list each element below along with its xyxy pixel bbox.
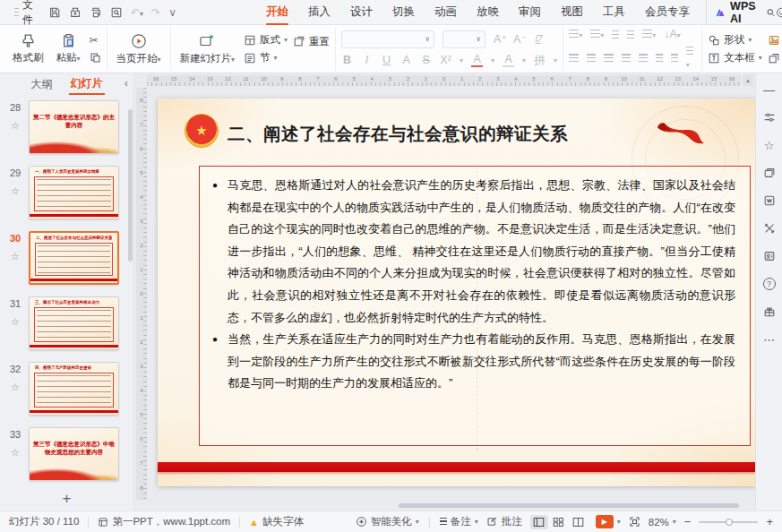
slide-thumbnail[interactable]: 四、阐明了无产阶级的历史使命 (29, 362, 119, 416)
font-size-select[interactable]: ∨ (443, 30, 486, 48)
ribbon-tab-工具[interactable]: 工具 (594, 2, 634, 22)
align-center-icon[interactable] (587, 54, 596, 62)
appearance-icon[interactable] (776, 5, 782, 20)
increase-font-icon[interactable]: A⁺ (494, 32, 505, 46)
line-spacing-icon[interactable]: ↓A▾ (664, 28, 681, 40)
superscript-caret[interactable]: ▾ (460, 56, 463, 64)
favorite-star-icon[interactable]: ☆ (11, 120, 20, 132)
tab-slides[interactable]: 幻灯片 (69, 74, 105, 95)
scroll-up-button[interactable]: ▴ (743, 75, 753, 86)
cut-icon[interactable]: ✂ (90, 34, 101, 47)
highlight-button[interactable]: A (503, 53, 514, 67)
decrease-font-icon[interactable]: A⁻ (513, 32, 525, 46)
slide-title[interactable]: 二、阐述了社会存在与社会意识的辩证关系 (228, 122, 568, 146)
reset-button[interactable]: 重置 (293, 35, 330, 48)
collapse-panel-icon[interactable]: ‹ (125, 76, 128, 90)
layout-caret[interactable]: ▾ (284, 36, 288, 44)
help-icon[interactable]: ? (762, 277, 777, 291)
char-spacing-button[interactable]: A (400, 54, 412, 66)
ribbon-tab-审阅[interactable]: 审阅 (510, 2, 550, 22)
resource-library-icon[interactable] (762, 249, 777, 263)
current-slide[interactable]: ★ 二、阐述了社会存在与社会意识的辩证关系 马克思、恩格斯通过对人的社会意识产生… (158, 99, 755, 486)
shapes-button[interactable]: 形状▾ (708, 33, 762, 47)
gift-icon[interactable] (762, 305, 777, 319)
horizontal-scrollbar[interactable] (399, 503, 739, 508)
editing-canvas[interactable]: 1615141312111098765432101234567891011121… (134, 73, 755, 511)
beautify-caret[interactable]: ▾ (416, 518, 419, 526)
shapes-caret[interactable]: ▾ (748, 36, 752, 44)
add-slide-button[interactable]: + (0, 487, 133, 511)
text-direction-icon[interactable]: ▾ (642, 28, 656, 40)
favorite-star-icon[interactable]: ☆ (11, 316, 20, 328)
favorite-star-icon[interactable]: ☆ (11, 185, 20, 197)
font-name-select[interactable]: ∨ (341, 30, 434, 48)
clear-format-icon[interactable] (533, 33, 545, 45)
section-button[interactable]: 节▾ (244, 51, 288, 64)
paste-button[interactable]: 粘贴▾ (53, 31, 84, 66)
zoom-out-button[interactable]: − (684, 515, 692, 528)
properties-icon[interactable] (762, 110, 777, 124)
ribbon-tab-设计[interactable]: 设计 (341, 2, 382, 22)
slide-sorter-view-button[interactable] (550, 515, 568, 529)
section-caret[interactable]: ▾ (274, 54, 278, 62)
notes-button[interactable]: 备注▾ (440, 515, 478, 528)
font-color-button[interactable]: A (471, 53, 483, 67)
zoom-slider[interactable] (699, 521, 758, 523)
slideshow-caret[interactable]: ▾ (617, 518, 621, 526)
strikethrough-button[interactable]: S (420, 54, 432, 66)
numbered-list-icon[interactable]: ▾ (590, 28, 604, 40)
align-right-icon[interactable] (604, 54, 613, 62)
paste-caret[interactable]: ▾ (77, 55, 81, 63)
favorite-star-icon[interactable]: ☆ (11, 447, 20, 459)
comments-button[interactable]: 批注 (486, 515, 522, 528)
print-icon[interactable] (90, 6, 102, 19)
slide-content-textbox[interactable]: 马克思、恩格斯通过对人的社会意识产生的历史考察后指出，思想、宗教、法律、国家以及… (199, 166, 751, 446)
slide-thumbnail-item[interactable]: 32 ☆ 四、阐明了无产阶级的历史使命 (5, 362, 133, 416)
export-icon[interactable] (69, 6, 82, 19)
template-credit[interactable]: 第一PPT，www.1ppt.com (98, 515, 230, 528)
slide-thumbnail[interactable]: 二、阐述了社会存在与社会意识的辩证关系 (29, 231, 119, 285)
copy-icon[interactable] (90, 52, 101, 64)
increase-indent-icon[interactable] (627, 30, 634, 39)
highlight-caret[interactable]: ▾ (522, 56, 526, 64)
slide-thumbnail[interactable]: 第三节《德意志意识形态》中唯物史观思想的主要内容 (29, 427, 119, 481)
slide-thumbnail[interactable]: 第二节《德意志意识形态》的主要内容 (29, 100, 119, 154)
align-left-icon[interactable] (569, 54, 578, 62)
font-color-caret[interactable]: ▾ (491, 56, 494, 64)
customize-qat-chevron[interactable]: ∨ (168, 6, 176, 19)
ribbon-tab-会员专享[interactable]: 会员专享 (636, 2, 699, 22)
phonetic-guide-button[interactable]: 拼 (534, 53, 546, 68)
print-preview-icon[interactable] (110, 6, 123, 19)
slideshow-play-button[interactable]: ▶ (596, 515, 614, 528)
para-spacing-icon[interactable] (671, 54, 678, 62)
reading-view-button[interactable] (570, 515, 588, 529)
wps-ai-group[interactable]: WPS AI (706, 0, 776, 25)
justify-icon[interactable] (622, 54, 631, 62)
superscript-button[interactable]: X² (440, 54, 451, 66)
missing-fonts-warning[interactable]: ▲ 缺失字体 (249, 515, 304, 528)
format-painter-button[interactable]: 格式刷 (9, 31, 47, 66)
arrange-button[interactable]: 排列▾ (768, 51, 782, 64)
file-menu-button[interactable]: 文件 (7, 0, 43, 28)
textbox-button[interactable]: 文本框▾ (708, 51, 762, 64)
textbox-caret[interactable]: ▾ (759, 54, 762, 62)
favorite-star-icon[interactable]: ☆ (11, 251, 20, 262)
slide-thumbnail-item[interactable]: 31 ☆ 三、揭示了社会历史发展的根本动力 (5, 296, 133, 350)
ribbon-tab-插入[interactable]: 插入 (299, 2, 339, 22)
favorites-icon[interactable]: ☆ (762, 138, 777, 152)
slide-thumbnail-item[interactable]: 30 ☆ 二、阐述了社会存在与社会意识的辩证关系 (5, 231, 133, 285)
normal-view-button[interactable] (530, 515, 548, 529)
slide-thumbnail-item[interactable]: 29 ☆ 一、阐明了人类历史发展的现实前提 (5, 166, 133, 219)
ribbon-tab-动画[interactable]: 动画 (425, 2, 466, 22)
layout-button[interactable]: 版式▾ (244, 33, 288, 47)
slide-thumbnail[interactable]: 三、揭示了社会历史发展的根本动力 (29, 296, 119, 350)
play-caret[interactable]: ▾ (158, 56, 161, 64)
line-height-icon[interactable]: ▾ (686, 45, 696, 70)
bullet-list-icon[interactable]: ▾ (569, 28, 582, 40)
decrease-indent-icon[interactable] (612, 30, 619, 39)
underline-button[interactable]: U (381, 54, 392, 66)
zoom-caret[interactable]: ▾ (673, 518, 676, 526)
undo-icon[interactable]: ↶▾ (131, 6, 143, 19)
new-slide-button[interactable]: 新建幻灯片▾ (176, 31, 239, 67)
slide-thumbnail-item[interactable]: 28 ☆ 第二节《德意志意识形态》的主要内容 (5, 100, 133, 154)
